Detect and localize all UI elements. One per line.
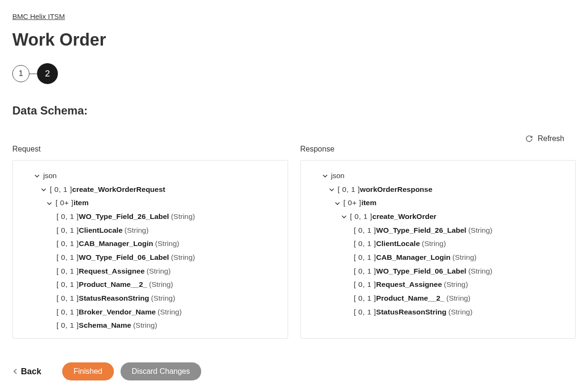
tree-field[interactable]: [ 0, 1 ] Schema_Name(String) bbox=[20, 319, 280, 332]
chevron-down-icon bbox=[334, 200, 341, 207]
chevron-down-icon bbox=[328, 186, 335, 193]
tree-field[interactable]: [ 0, 1 ] WO_Type_Field_06_Label(String) bbox=[20, 251, 280, 265]
tree-field[interactable]: [ 0, 1 ] Request_Assignee(String) bbox=[308, 278, 568, 292]
tree-field[interactable]: [ 0, 1 ] Broker_Vendor_Name(String) bbox=[20, 305, 280, 319]
step-2[interactable]: 2 bbox=[37, 63, 58, 84]
back-button[interactable]: Back bbox=[14, 367, 41, 377]
chevron-down-icon bbox=[322, 172, 328, 179]
tree-field[interactable]: [ 0, 1 ] StatusReasonString(String) bbox=[20, 292, 280, 305]
finished-button[interactable]: Finished bbox=[62, 362, 113, 380]
tree-field[interactable]: [ 0, 1 ] Request_Assignee(String) bbox=[20, 265, 280, 278]
response-schema: json [ 0, 1 ] workOrderResponse [ 0+ ] i… bbox=[300, 160, 576, 339]
refresh-label: Refresh bbox=[538, 134, 564, 143]
tree-node-item[interactable]: [ 0+ ] item bbox=[308, 196, 568, 210]
breadcrumb-link[interactable]: BMC Helix ITSM bbox=[12, 12, 65, 20]
tree-field[interactable]: [ 0, 1 ] StatusReasonString(String) bbox=[308, 305, 568, 319]
tree-field[interactable]: [ 0, 1 ] ClientLocale(String) bbox=[308, 237, 568, 251]
request-column: Request json [ 0, 1 ] create_WorkOrderRe… bbox=[12, 145, 288, 339]
chevron-down-icon bbox=[34, 172, 40, 179]
tree-field[interactable]: [ 0, 1 ] Product_Name__2_(String) bbox=[20, 278, 280, 292]
discard-button[interactable]: Discard Changes bbox=[121, 362, 202, 380]
tree-node-json[interactable]: json bbox=[20, 169, 280, 183]
tree-field[interactable]: [ 0, 1 ] WO_Type_Field_06_Label(String) bbox=[308, 265, 568, 278]
request-schema: json [ 0, 1 ] create_WorkOrderRequest [ … bbox=[12, 160, 288, 339]
response-label: Response bbox=[300, 145, 576, 153]
step-1[interactable]: 1 bbox=[12, 65, 29, 82]
section-title: Data Schema: bbox=[12, 104, 576, 117]
footer: Back Finished Discard Changes bbox=[12, 362, 576, 380]
chevron-left-icon bbox=[13, 369, 19, 374]
tree-node-json[interactable]: json bbox=[308, 169, 568, 183]
step-connector bbox=[29, 74, 37, 74]
chevron-down-icon bbox=[40, 186, 47, 193]
tree-node-response-sub[interactable]: [ 0, 1 ] create_WorkOrder bbox=[308, 210, 568, 224]
page-title: Work Order bbox=[12, 30, 576, 50]
tree-field[interactable]: [ 0, 1 ] WO_Type_Field_26_Label(String) bbox=[308, 224, 568, 237]
chevron-down-icon bbox=[341, 213, 347, 220]
tree-node-item[interactable]: [ 0+ ] item bbox=[20, 196, 280, 210]
stepper: 1 2 bbox=[12, 63, 576, 84]
response-column: Response json [ 0, 1 ] workOrderResponse bbox=[300, 145, 576, 339]
refresh-icon bbox=[525, 135, 533, 142]
tree-field[interactable]: [ 0, 1 ] WO_Type_Field_26_Label(String) bbox=[20, 210, 280, 224]
tree-field[interactable]: [ 0, 1 ] Product_Name__2_(String) bbox=[308, 292, 568, 305]
tree-field[interactable]: [ 0, 1 ] ClientLocale(String) bbox=[20, 224, 280, 237]
request-label: Request bbox=[12, 145, 288, 153]
tree-node-request-root[interactable]: [ 0, 1 ] create_WorkOrderRequest bbox=[20, 183, 280, 197]
chevron-down-icon bbox=[46, 200, 53, 207]
tree-field[interactable]: [ 0, 1 ] CAB_Manager_Login(String) bbox=[308, 251, 568, 265]
tree-node-response-root[interactable]: [ 0, 1 ] workOrderResponse bbox=[308, 183, 568, 197]
refresh-button[interactable]: Refresh bbox=[12, 134, 576, 143]
tree-field[interactable]: [ 0, 1 ] CAB_Manager_Login(String) bbox=[20, 237, 280, 251]
